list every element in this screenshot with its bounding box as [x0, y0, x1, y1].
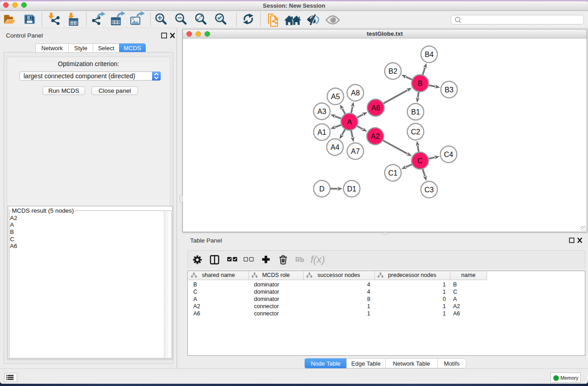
svg-text:C1: C1: [388, 169, 398, 177]
svg-text:B: B: [418, 80, 423, 87]
svg-text:B4: B4: [425, 51, 434, 58]
svg-text:B1: B1: [411, 108, 420, 116]
svg-text:A5: A5: [331, 93, 340, 100]
svg-text:A4: A4: [330, 143, 339, 151]
svg-text:A7: A7: [351, 148, 360, 155]
svg-text:D1: D1: [347, 185, 357, 193]
svg-text:f(x): f(x): [311, 254, 325, 265]
svg-text:C2: C2: [411, 128, 421, 136]
svg-text:A6: A6: [371, 104, 380, 112]
svg-text:C4: C4: [444, 151, 454, 158]
svg-text:C3: C3: [425, 186, 434, 194]
svg-text:A1: A1: [317, 129, 326, 136]
svg-text:C: C: [417, 157, 423, 165]
svg-text:A3: A3: [317, 108, 326, 115]
svg-text:B3: B3: [445, 86, 454, 94]
svg-text:A2: A2: [371, 133, 380, 140]
svg-text:A8: A8: [351, 89, 360, 97]
svg-text:B2: B2: [388, 67, 397, 75]
svg-text:D: D: [319, 185, 325, 193]
svg-text:A: A: [347, 118, 352, 126]
